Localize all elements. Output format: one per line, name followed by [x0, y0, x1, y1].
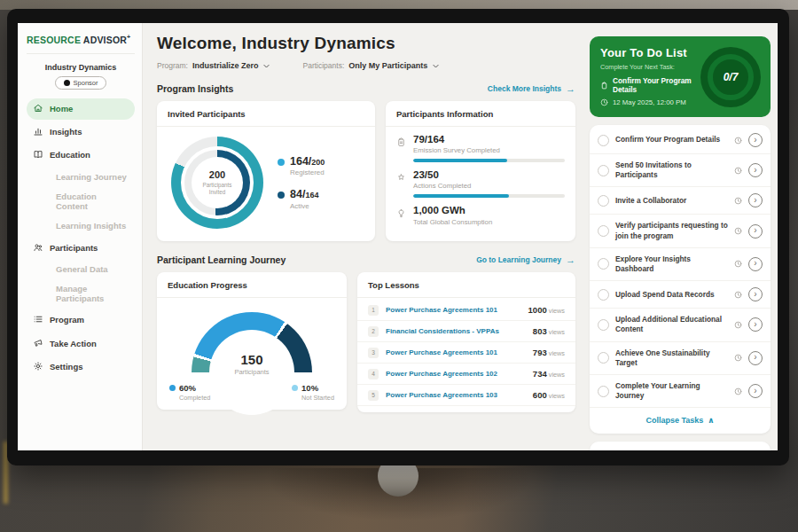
task-checkbox[interactable]: [598, 225, 609, 237]
participants-icon: [33, 242, 43, 254]
sidebar-item[interactable]: Manage Participants: [27, 280, 135, 308]
dashboard-screen: RESOURCE ADVISOR+ Industry Dynamics Spon…: [18, 23, 778, 450]
sidebar-item-label: Settings: [50, 363, 82, 372]
clock-info-icon: [734, 321, 742, 329]
top-lessons-card: Top Lessons 1 Power Purchase Agreements …: [357, 272, 575, 412]
donut-center-label: Participants Invited: [197, 182, 238, 197]
program-filter-label: Program:: [157, 61, 188, 70]
sidebar-item[interactable]: Home: [27, 98, 135, 120]
sidebar-item[interactable]: Settings: [27, 356, 135, 378]
check-more-insights-link[interactable]: Check More Insights→: [488, 84, 575, 94]
insights-cards: Invited Participants 200 Participants In…: [157, 101, 575, 241]
lesson-rank: 4: [368, 369, 379, 379]
lesson-link[interactable]: Power Purchase Agreements 102: [386, 370, 526, 378]
task-checkbox[interactable]: [598, 165, 609, 176]
chevron-right-icon[interactable]: ›: [748, 163, 763, 177]
lesson-views: 600 views: [533, 390, 565, 400]
legend-item: 164/200 Registered: [278, 156, 325, 177]
task-checkbox[interactable]: [598, 289, 609, 301]
sidebar-item[interactable]: Participants: [27, 238, 135, 259]
task-checkbox[interactable]: [598, 258, 609, 270]
todo-column: Your To Do List Complete Your Next Task:…: [584, 23, 778, 450]
todo-next-task: Confirm Your Program Details: [600, 76, 716, 94]
sponsor-dot-icon: [64, 80, 70, 86]
todo-task[interactable]: Upload Spend Data Records ›: [590, 281, 771, 309]
learning-journey-header: Participant Learning Journey Go to Learn…: [157, 254, 575, 265]
sidebar-item[interactable]: Insights: [27, 121, 135, 143]
progress-bar: [413, 194, 565, 198]
task-checkbox[interactable]: [598, 195, 609, 207]
recent-news-title: Recent News: [590, 442, 771, 450]
chevron-right-icon[interactable]: ›: [748, 351, 763, 365]
sidebar-item[interactable]: Education: [27, 145, 135, 166]
lesson-rank: 1: [368, 305, 379, 316]
chevron-right-icon[interactable]: ›: [748, 133, 763, 147]
sidebar-item[interactable]: Learning Insights: [27, 217, 135, 235]
chevron-right-icon[interactable]: ›: [748, 224, 763, 239]
task-checkbox[interactable]: [598, 386, 609, 397]
task-label: Verify participants requesting to join t…: [615, 221, 728, 240]
todo-task[interactable]: Upload Additional Educational Content ›: [590, 309, 771, 341]
task-checkbox[interactable]: [598, 319, 609, 331]
todo-task[interactable]: Verify participants requesting to join t…: [590, 215, 771, 247]
sponsor-badge[interactable]: Sponsor: [55, 76, 107, 90]
todo-task[interactable]: Explore Your Insights Dashboard ›: [590, 248, 771, 281]
todo-task[interactable]: Complete Your Learning Journey ›: [590, 375, 771, 408]
sidebar-item[interactable]: General Data: [27, 261, 135, 278]
brand-secondary: ADVISOR: [83, 35, 127, 45]
info-label: Emission Survey Completed: [413, 146, 565, 154]
chevron-right-icon[interactable]: ›: [748, 257, 763, 271]
clipboard-icon: [600, 82, 608, 90]
sidebar-item[interactable]: Education Content: [27, 188, 135, 215]
clock-icon: [600, 98, 608, 106]
sidebar-item[interactable]: Learning Journey: [27, 168, 135, 186]
legend-dot-icon: [278, 192, 285, 199]
task-checkbox[interactable]: [598, 352, 609, 364]
lesson-link[interactable]: Power Purchase Agreements 101: [386, 348, 526, 356]
collapse-tasks-link[interactable]: Collapse Tasks ∧: [590, 408, 771, 432]
bulb-icon: [396, 205, 406, 225]
lesson-row[interactable]: 3 Power Purchase Agreements 101 793 view…: [357, 342, 575, 364]
lesson-row[interactable]: 4 Power Purchase Agreements 102 734 view…: [357, 364, 575, 385]
program-select[interactable]: Industrialize Zero: [192, 61, 271, 70]
sidebar-item[interactable]: Program: [27, 309, 135, 331]
go-to-learning-journey-link[interactable]: Go to Learning Journey→: [476, 255, 575, 265]
clock-info-icon: [734, 387, 742, 395]
lesson-row[interactable]: 5 Power Purchase Agreements 103 600 view…: [357, 385, 575, 406]
legend-label: Registered: [290, 168, 325, 176]
chevron-right-icon[interactable]: ›: [748, 193, 763, 207]
education-gauge-chart: 150 Participants: [192, 312, 312, 372]
todo-task[interactable]: Achieve One Sustainability Target ›: [590, 342, 771, 375]
sidebar-item-label: Learning Journey: [56, 173, 127, 182]
task-label: Complete Your Learning Journey: [615, 381, 728, 401]
lesson-link[interactable]: Power Purchase Agreements 103: [386, 391, 526, 399]
participants-select[interactable]: Only My Participants: [348, 61, 440, 70]
sidebar-item[interactable]: Take Action: [27, 333, 135, 355]
survey-icon: [396, 134, 406, 162]
lesson-row[interactable]: 1 Power Purchase Agreements 101 1000 vie…: [357, 300, 575, 321]
gauge-center-value: 150: [192, 352, 312, 367]
lesson-link[interactable]: Financial Considerations - VPPAs: [386, 327, 526, 335]
lesson-row[interactable]: 2 Financial Considerations - VPPAs 803 v…: [357, 321, 575, 342]
sidebar-item-label: Insights: [50, 128, 82, 137]
invited-participants-card: Invited Participants 200 Participants In…: [157, 101, 375, 241]
monitor-bezel: RESOURCE ADVISOR+ Industry Dynamics Spon…: [7, 9, 789, 466]
arrow-right-icon: →: [566, 255, 575, 265]
education-progress-card: Education Progress 150 Participants: [157, 272, 347, 410]
journey-cards: Education Progress 150 Participants: [157, 272, 575, 412]
task-label: Achieve One Sustainability Target: [615, 348, 728, 368]
legend-dot-icon: [278, 159, 285, 166]
chevron-right-icon[interactable]: ›: [748, 287, 763, 301]
task-checkbox[interactable]: [598, 135, 609, 146]
todo-panel: Your To Do List Complete Your Next Task:…: [590, 36, 771, 117]
todo-task[interactable]: Confirm Your Program Details ›: [590, 127, 771, 154]
arrow-right-icon: →: [566, 84, 575, 94]
insights-icon: [33, 126, 43, 138]
chevron-right-icon[interactable]: ›: [748, 317, 763, 332]
todo-task[interactable]: Invite a Collaborator ›: [590, 187, 771, 215]
chevron-right-icon[interactable]: ›: [748, 384, 763, 398]
clock-info-icon: [734, 197, 742, 205]
todo-task[interactable]: Send 50 Invitations to Participants ›: [590, 154, 771, 187]
lesson-link[interactable]: Power Purchase Agreements 101: [386, 306, 521, 314]
task-label: Send 50 Invitations to Participants: [615, 160, 728, 180]
